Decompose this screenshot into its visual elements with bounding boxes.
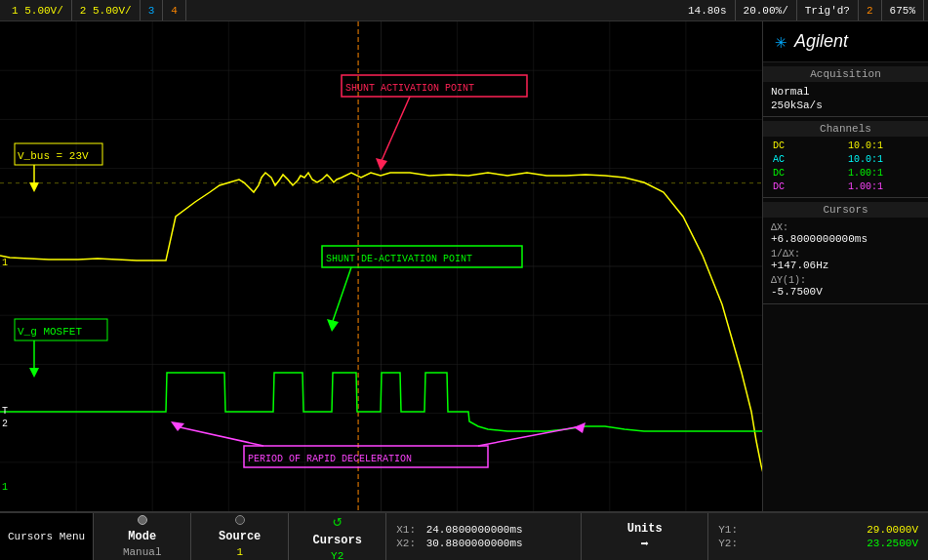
refresh-icon: ↺ xyxy=(333,511,343,531)
ch4-probe: 1.00:1 xyxy=(846,180,920,193)
source-radio xyxy=(235,515,245,525)
mode-radio xyxy=(138,515,147,525)
x1-display: X1: 24.0800000000ms xyxy=(396,523,571,537)
svg-text:PERIOD OF RAPID DECELERATION: PERIOD OF RAPID DECELERATION xyxy=(248,454,412,464)
trig-source: 2 xyxy=(859,0,882,20)
ch2-coupling: AC xyxy=(771,153,845,166)
delta-x-label: ΔX: xyxy=(771,222,920,233)
delta-y1-label: ΔY(1): xyxy=(771,275,920,286)
mode-value: Manual xyxy=(123,546,162,558)
mode-button[interactable]: Mode Manual xyxy=(94,513,191,560)
ch1-coupling: DC xyxy=(771,140,845,152)
triggered-status: Trig'd? xyxy=(797,0,859,20)
grid-background: V_bus = 23V V_g MOSFET SHUNT ACTIVATION … xyxy=(0,21,762,511)
delay-display: 20.00%/ xyxy=(736,0,797,20)
acquisition-section: Acquisition Normal 250kSa/s xyxy=(763,62,928,117)
y1-row: Y1: 29.0000V xyxy=(718,523,918,537)
mode-label: Mode xyxy=(128,530,156,543)
cursors-icon-group: ↺ xyxy=(333,511,343,531)
x-cursor-display: X1: 24.0800000000ms X2: 30.8800000000ms xyxy=(386,513,582,560)
acquisition-mode: Normal xyxy=(771,86,810,98)
source-button[interactable]: Source 1 xyxy=(191,513,289,560)
delta-y1-value: -5.7500V xyxy=(771,286,920,298)
x2-value: 30.8800000000ms xyxy=(426,538,523,549)
units-label: Units xyxy=(627,522,663,536)
acquisition-title: Acquisition xyxy=(763,66,928,82)
y-values-display: Y1: 29.0000V Y2: 23.2500V xyxy=(708,513,928,560)
delta-x-value: +6.8000000000ms xyxy=(771,233,920,245)
scope-screen: V_bus = 23V V_g MOSFET SHUNT ACTIVATION … xyxy=(0,21,762,511)
ch2-scale: 2 5.00V/ xyxy=(72,0,141,20)
cursors-menu-label: Cursors Menu xyxy=(0,513,94,560)
acquisition-mode-row: Normal xyxy=(771,85,920,99)
y1-label: Y1: xyxy=(718,524,738,536)
ch3-probe: 1.00:1 xyxy=(846,167,920,180)
ch1-scale: 1 5.00V/ xyxy=(4,0,72,20)
brand-name: Agilent xyxy=(794,31,848,52)
svg-text:1: 1 xyxy=(2,482,8,493)
delta-y1-row: ΔY(1): -5.7500V xyxy=(771,273,920,300)
right-panel: ✳ Agilent Acquisition Normal 250kSa/s Ch… xyxy=(762,21,928,511)
ch2-probe: 10.0:1 xyxy=(846,153,920,166)
svg-text:SHUNT ACTIVATION POINT: SHUNT ACTIVATION POINT xyxy=(345,83,474,94)
bottom-bar: Cursors Menu Mode Manual Source 1 ↺ Curs… xyxy=(0,511,928,560)
inv-delta-x-label: 1/ΔX: xyxy=(771,249,920,260)
trig-hz: 675% xyxy=(882,0,924,20)
ch1-probe: 10.0:1 xyxy=(846,140,920,152)
source-label: Source xyxy=(219,530,261,543)
timebase-display: 14.80s xyxy=(680,0,736,20)
main-area: V_bus = 23V V_g MOSFET SHUNT ACTIVATION … xyxy=(0,21,928,511)
svg-text:2: 2 xyxy=(2,419,8,429)
x2-display: X2: 30.8800000000ms xyxy=(396,537,571,550)
y2-label: Y2: xyxy=(718,538,738,549)
y1-value: 29.0000V xyxy=(867,524,918,536)
ch3-coupling: DC xyxy=(771,167,845,180)
inv-delta-x-value: +147.06Hz xyxy=(771,260,920,271)
svg-text:V_g MOSFET: V_g MOSFET xyxy=(18,326,82,338)
cursors-label: Cursors xyxy=(313,534,362,547)
svg-text:V_bus = 23V: V_bus = 23V xyxy=(18,150,89,162)
delta-x-row: ΔX: +6.8000000000ms xyxy=(771,220,920,247)
channels-grid: DC 10.0:1 AC 10.0:1 DC 1.00:1 DC xyxy=(771,140,920,193)
cursors-section: Cursors ΔX: +6.8000000000ms 1/ΔX: +147.0… xyxy=(763,198,928,304)
channels-section: Channels DC 10.0:1 AC 10.0:1 DC 1. xyxy=(763,117,928,198)
x1-label: X1: xyxy=(396,524,416,536)
inv-delta-x-row: 1/ΔX: +147.06Hz xyxy=(771,247,920,273)
ch4-label: 4 xyxy=(163,0,186,20)
y2-value: 23.2500V xyxy=(867,538,918,549)
acquisition-rate: 250kSa/s xyxy=(771,100,823,111)
svg-text:SHUNT DE-ACTIVATION POINT: SHUNT DE-ACTIVATION POINT xyxy=(326,254,472,264)
svg-text:T: T xyxy=(2,406,8,417)
channels-title: Channels xyxy=(763,121,928,137)
acquisition-rate-row: 250kSa/s xyxy=(771,99,920,112)
ch3-label: 3 xyxy=(141,0,164,20)
agilent-star-icon: ✳ xyxy=(775,29,787,54)
source-value: 1 xyxy=(236,546,243,558)
svg-text:1: 1 xyxy=(2,258,8,268)
units-button[interactable]: Units ➡ xyxy=(582,513,708,560)
units-arrow-icon: ➡ xyxy=(641,536,649,552)
y2-row: Y2: 23.2500V xyxy=(718,537,918,550)
cursors-value: Y2 xyxy=(331,550,343,560)
top-bar: 1 5.00V/ 2 5.00V/ 3 4 14.80s 20.00%/ Tri… xyxy=(0,0,928,21)
cursors-title: Cursors xyxy=(763,202,928,218)
x2-label: X2: xyxy=(396,538,416,549)
cursors-button[interactable]: ↺ Cursors Y2 xyxy=(289,513,386,560)
ch4-coupling: DC xyxy=(771,180,845,193)
x1-value: 24.0800000000ms xyxy=(426,524,523,536)
logo-area: ✳ Agilent xyxy=(763,21,928,62)
